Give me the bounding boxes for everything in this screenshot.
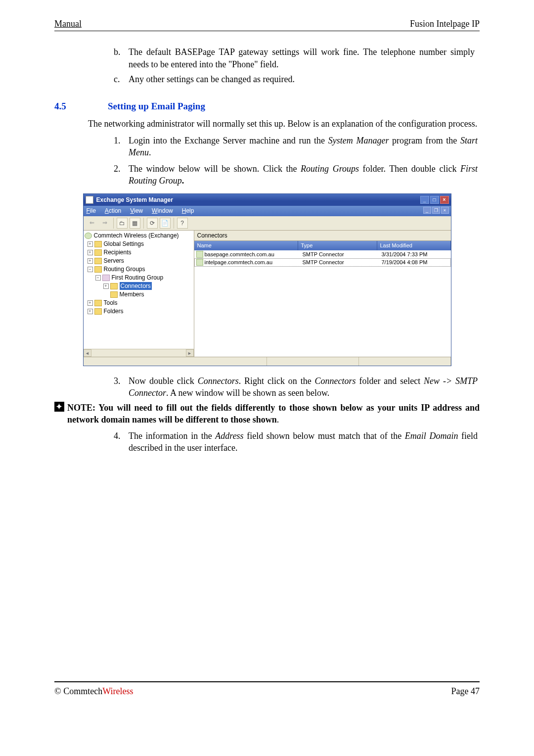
note-icon xyxy=(54,402,64,412)
folder-icon xyxy=(94,300,102,306)
footer-page: Page 47 xyxy=(451,685,480,697)
refresh-button[interactable]: ⟳ xyxy=(147,218,158,229)
show-tree-button[interactable]: ▦ xyxy=(130,218,140,229)
column-headers: Name Type Last Modified xyxy=(194,241,451,250)
section-heading: 4.5 Setting up Email Paging xyxy=(54,100,480,113)
folder-icon xyxy=(94,308,102,315)
folder-icon xyxy=(94,249,102,256)
tree-pane: Commtech Wireless (Exchange) +Global Set… xyxy=(84,231,194,357)
col-modified[interactable]: Last Modified xyxy=(377,241,451,250)
note-block: NOTE: You will need to fill out the fiel… xyxy=(54,402,480,426)
expand-icon[interactable]: + xyxy=(88,258,93,264)
connector-icon xyxy=(196,259,203,266)
export-button[interactable]: 📄 xyxy=(160,218,171,229)
window-title: Exchange System Manager xyxy=(96,196,173,204)
section-number: 4.5 xyxy=(54,100,108,113)
app-icon xyxy=(86,196,93,204)
text-c: Any other settings can be changed as req… xyxy=(129,73,475,85)
menu-help[interactable]: Help xyxy=(182,207,194,215)
tree-members[interactable]: Members xyxy=(84,290,194,299)
header-left: Manual xyxy=(54,18,82,30)
tree-first-routing-group[interactable]: −First Routing Group xyxy=(84,274,194,282)
step2-text: The window below will be shown. Click th… xyxy=(129,163,478,187)
tree-servers[interactable]: +Servers xyxy=(84,257,194,265)
toolbar: ⇐ ⇒ 🗀 ▦ ⟳ 📄 ? xyxy=(84,216,451,231)
expand-icon[interactable]: + xyxy=(103,284,109,289)
step-2: 2. The window below will be shown. Click… xyxy=(114,163,478,187)
step1-text: Login into the Exchange Server machine a… xyxy=(129,135,478,159)
text-b: The default BASEPage TAP gateway setting… xyxy=(129,46,475,70)
menu-file[interactable]: File xyxy=(87,207,96,215)
tree-folders[interactable]: +Folders xyxy=(84,307,194,316)
tree-root[interactable]: Commtech Wireless (Exchange) xyxy=(84,232,194,240)
menu-bar: File Action View Window Help _ ❐ × xyxy=(84,206,451,216)
expand-icon[interactable]: + xyxy=(88,241,93,247)
list-row[interactable]: intelpage.commtech.com.au SMTP Connector… xyxy=(194,258,451,267)
expand-icon[interactable]: + xyxy=(88,250,93,255)
mdi-buttons: _ ❐ × xyxy=(423,207,449,214)
marker-c: c. xyxy=(114,73,129,85)
step4-text: The information in the Address field sho… xyxy=(129,430,478,454)
step3-text: Now double click Connectors. Right click… xyxy=(129,375,478,399)
folder-icon xyxy=(94,258,102,264)
step-4: 4. The information in the Address field … xyxy=(114,430,478,454)
scroll-left[interactable]: ◄ xyxy=(84,349,91,357)
routing-group-icon xyxy=(102,275,110,281)
header-right: Fusion Intelpage IP xyxy=(410,18,480,30)
col-name[interactable]: Name xyxy=(194,241,298,250)
marker-b: b. xyxy=(114,46,129,70)
step3-marker: 3. xyxy=(114,375,129,399)
folder-icon xyxy=(94,266,102,273)
maximize-button[interactable]: □ xyxy=(430,196,439,204)
col-type[interactable]: Type xyxy=(298,241,377,250)
connector-icon xyxy=(196,251,203,258)
expand-icon[interactable]: + xyxy=(88,309,93,314)
forward-button[interactable]: ⇒ xyxy=(99,218,110,229)
status-bar xyxy=(84,357,451,366)
list-item-b: b. The default BASEPage TAP gateway sett… xyxy=(114,46,475,70)
list-item-c: c. Any other settings can be changed as … xyxy=(114,73,475,85)
tree-routing-groups[interactable]: −Routing Groups xyxy=(84,265,194,274)
up-button[interactable]: 🗀 xyxy=(117,218,128,229)
menu-action[interactable]: Action xyxy=(105,207,121,215)
collapse-icon[interactable]: − xyxy=(95,275,101,281)
tree-tools[interactable]: +Tools xyxy=(84,299,194,307)
menu-window[interactable]: Window xyxy=(152,207,173,215)
folder-icon xyxy=(110,291,118,298)
menu-view[interactable]: View xyxy=(130,207,143,215)
collapse-icon[interactable]: − xyxy=(88,267,93,272)
tree-scrollbar[interactable]: ◄ ► xyxy=(84,349,194,357)
mdi-restore[interactable]: ❐ xyxy=(432,207,440,214)
folder-icon xyxy=(110,283,118,289)
footer-copyright: © CommtechWireless xyxy=(54,685,133,697)
section-title: Setting up Email Paging xyxy=(108,100,205,113)
step2-marker: 2. xyxy=(114,163,129,187)
step-1: 1. Login into the Exchange Server machin… xyxy=(114,135,478,159)
step-3: 3. Now double click Connectors. Right cl… xyxy=(114,375,478,399)
scroll-right[interactable]: ► xyxy=(186,349,194,357)
tree-connectors[interactable]: +Connectors xyxy=(84,282,194,290)
back-button[interactable]: ⇐ xyxy=(87,218,97,229)
note-text: NOTE: You will need to fill out the fiel… xyxy=(67,402,480,426)
tree-global-settings[interactable]: +Global Settings xyxy=(84,240,194,248)
window-titlebar[interactable]: Exchange System Manager _ □ × xyxy=(84,194,451,206)
mdi-min[interactable]: _ xyxy=(423,207,431,214)
list-pane-header: Connectors xyxy=(194,231,451,241)
list-row[interactable]: basepage.commtech.com.au SMTP Connector … xyxy=(194,250,451,259)
globe-icon xyxy=(85,233,92,239)
help-button[interactable]: ? xyxy=(177,218,188,229)
step1-marker: 1. xyxy=(114,135,129,159)
folder-icon xyxy=(94,241,102,247)
intro-paragraph: The networking administrator will normal… xyxy=(88,118,478,130)
window-buttons: _ □ × xyxy=(420,196,449,204)
page-header: Manual Fusion Intelpage IP xyxy=(54,18,480,31)
expand-icon[interactable]: + xyxy=(88,300,93,306)
page-footer: © CommtechWireless Page 47 xyxy=(54,681,480,697)
minimize-button[interactable]: _ xyxy=(420,196,429,204)
mdi-close[interactable]: × xyxy=(441,207,449,214)
list-pane: Connectors Name Type Last Modified basep… xyxy=(194,231,451,357)
exchange-screenshot: Exchange System Manager _ □ × File Actio… xyxy=(83,193,451,366)
tree-recipients[interactable]: +Recipients xyxy=(84,248,194,257)
close-button[interactable]: × xyxy=(440,196,449,204)
step4-marker: 4. xyxy=(114,430,129,454)
